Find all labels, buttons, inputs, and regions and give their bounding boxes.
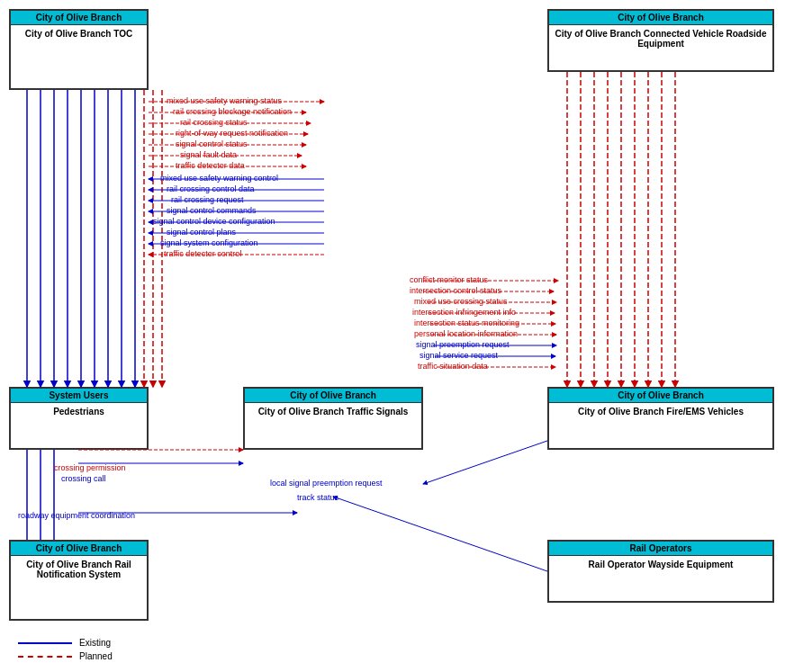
toc-header: City of Olive Branch: [11, 11, 147, 25]
legend-planned: Planned: [18, 651, 113, 661]
label-signal-control-plans: signal control plans: [167, 228, 236, 237]
label-rail-crossing-request: rail crossing request: [171, 195, 244, 204]
label-local-signal-preemption: local signal preemption request: [270, 479, 383, 488]
traffic-signals-body: City of Olive Branch Traffic Signals: [245, 403, 421, 420]
label-mixed-use-warning-control: mixed use safety warning control: [160, 174, 278, 183]
label-rail-crossing-blockage: rail crossing blockage notification: [173, 107, 292, 116]
traffic-signals-node: City of Olive Branch City of Olive Branc…: [243, 387, 423, 450]
rail-wayside-header: Rail Operators: [549, 542, 772, 556]
legend-planned-line: [18, 656, 72, 658]
label-mixed-use-warning-status: mixed use safety warning status: [167, 96, 282, 105]
label-personal-location: personal location information: [414, 329, 518, 338]
label-conflict-monitor: conflict monitor status: [410, 275, 488, 284]
label-row-request: right-of-way request notification: [176, 129, 288, 138]
toc-node: City of Olive Branch City of Olive Branc…: [9, 9, 149, 90]
label-intersection-monitoring: intersection status monitoring: [414, 318, 519, 327]
label-signal-service: signal service request: [420, 351, 498, 360]
legend-planned-label: Planned: [79, 651, 113, 661]
label-crossing-call: crossing call: [61, 474, 106, 483]
label-traffic-situation: traffic situation data: [418, 362, 488, 371]
connected-vehicle-header: City of Olive Branch: [549, 11, 772, 25]
fire-ems-node: City of Olive Branch City of Olive Branc…: [547, 387, 774, 450]
label-signal-preemption: signal preemption request: [416, 340, 510, 349]
label-crossing-permission: crossing permission: [54, 463, 126, 472]
label-traffic-detector-data: traffic detector data: [176, 161, 245, 170]
legend-existing: Existing: [18, 638, 113, 648]
fire-ems-body: City of Olive Branch Fire/EMS Vehicles: [549, 403, 772, 420]
legend: Existing Planned: [18, 638, 113, 661]
svg-line-48: [423, 441, 547, 484]
label-signal-control-device: signal control device configuration: [153, 217, 275, 226]
svg-line-49: [333, 497, 547, 571]
label-intersection-infringement: intersection infringement info: [412, 308, 516, 317]
label-rail-crossing-control: rail crossing control data: [167, 184, 255, 193]
rail-notification-header: City of Olive Branch: [11, 542, 147, 556]
label-signal-system-config: signal system configuration: [160, 238, 258, 247]
traffic-signals-header: City of Olive Branch: [245, 389, 421, 403]
pedestrians-body: Pedestrians: [11, 403, 147, 420]
label-track-status: track status: [297, 493, 338, 502]
label-signal-fault: signal fault data: [180, 150, 237, 159]
legend-existing-label: Existing: [79, 638, 111, 648]
label-rail-crossing-status: rail crossing status: [180, 118, 248, 127]
legend-existing-line: [18, 642, 72, 644]
fire-ems-header: City of Olive Branch: [549, 389, 772, 403]
rail-notification-node: City of Olive Branch City of Olive Branc…: [9, 540, 149, 621]
label-signal-control-commands: signal control commands: [167, 206, 257, 215]
label-roadway-equipment: roadway equipment coordination: [18, 511, 135, 520]
connected-vehicle-body: City of Olive Branch Connected Vehicle R…: [549, 25, 772, 52]
label-signal-control-status: signal control status: [176, 139, 248, 148]
rail-wayside-body: Rail Operator Wayside Equipment: [549, 556, 772, 573]
label-traffic-detector-control: traffic detector control: [164, 249, 241, 258]
rail-wayside-node: Rail Operators Rail Operator Wayside Equ…: [547, 540, 774, 603]
pedestrians-header: System Users: [11, 389, 147, 403]
rail-notification-body: City of Olive Branch Rail Notification S…: [11, 556, 147, 583]
label-intersection-control: intersection control status: [410, 286, 501, 295]
toc-body: City of Olive Branch TOC: [11, 25, 147, 42]
label-mixed-use-crossing: mixed use crossing status: [414, 297, 508, 306]
connected-vehicle-node: City of Olive Branch City of Olive Branc…: [547, 9, 774, 72]
pedestrians-node: System Users Pedestrians: [9, 387, 149, 450]
